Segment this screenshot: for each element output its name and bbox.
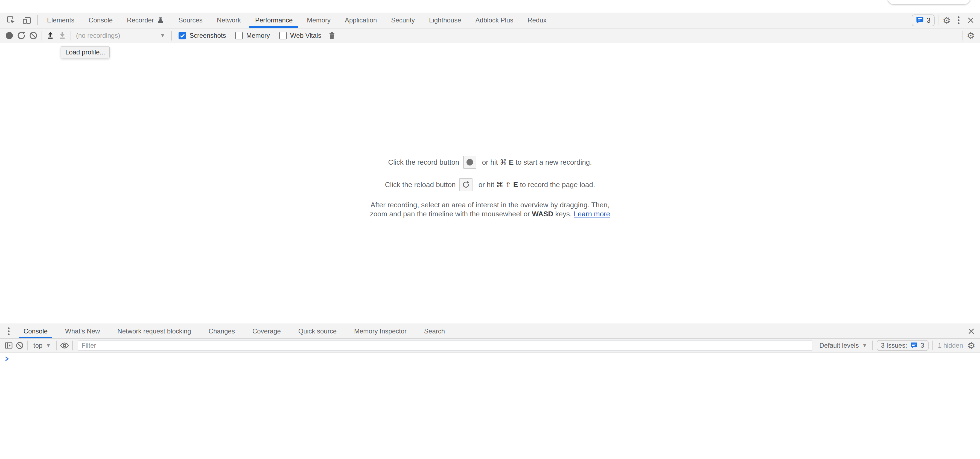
reload-instruction-suffix: to record the page load. — [518, 180, 595, 189]
sidebar-icon — [5, 341, 13, 350]
download-icon — [58, 31, 67, 40]
separator — [171, 30, 172, 40]
reload-icon — [16, 30, 26, 40]
log-levels-dropdown[interactable]: Default levels ▼ — [817, 342, 870, 349]
capture-settings-button[interactable]: ⚙ — [965, 30, 977, 41]
drawer-tab-quick-source[interactable]: Quick source — [291, 324, 344, 338]
popup-remnant — [888, 0, 970, 4]
issues-count: 3 — [927, 16, 931, 24]
save-profile-button[interactable] — [56, 30, 68, 41]
drawer-tabbar: Console What's New Network request block… — [0, 324, 980, 339]
separator — [27, 341, 28, 351]
devtools-menu-button[interactable] — [953, 14, 965, 26]
javascript-context-dropdown[interactable]: top ▼ — [30, 342, 54, 349]
console-filter-input[interactable] — [78, 340, 812, 351]
tab-application[interactable]: Application — [339, 13, 383, 28]
load-profile-tooltip: Load profile... — [61, 46, 110, 58]
tab-security[interactable]: Security — [385, 13, 420, 28]
garbage-collect-button[interactable] — [326, 30, 338, 41]
drawer-menu-button[interactable] — [3, 325, 15, 337]
wasd-keys: WASD — [532, 210, 553, 218]
device-toolbar-icon — [22, 15, 32, 25]
issues-counter[interactable]: 3 — [912, 14, 935, 26]
show-console-sidebar-button[interactable] — [3, 340, 14, 351]
close-icon — [967, 16, 975, 24]
gear-icon: ⚙ — [967, 341, 975, 350]
trash-icon — [328, 31, 336, 40]
cmd-key: ⌘ — [496, 180, 503, 189]
close-icon — [967, 327, 975, 335]
tab-memory[interactable]: Memory — [301, 13, 336, 28]
create-live-expression-button[interactable] — [59, 340, 70, 351]
drawer-close-button[interactable] — [965, 325, 977, 337]
kebab-menu-icon — [8, 327, 10, 335]
reload-icon — [462, 180, 470, 189]
tab-sources[interactable]: Sources — [173, 13, 208, 28]
load-profile-button[interactable] — [44, 30, 56, 41]
record-instruction-prefix: Click the record button — [388, 158, 459, 167]
drawer-tab-console[interactable]: Console — [16, 324, 55, 338]
separator — [41, 30, 42, 40]
memory-checkbox[interactable]: Memory — [235, 32, 270, 39]
separator — [962, 30, 963, 40]
inline-record-button[interactable] — [463, 156, 476, 169]
separator — [56, 341, 57, 351]
console-prompt[interactable] — [0, 352, 980, 365]
tab-network[interactable]: Network — [211, 13, 247, 28]
tab-adblock-plus[interactable]: Adblock Plus — [470, 13, 519, 28]
record-button[interactable] — [3, 30, 15, 41]
tab-console[interactable]: Console — [83, 13, 118, 28]
chevron-down-icon: ▼ — [862, 343, 867, 349]
clear-recording-button[interactable] — [27, 30, 40, 41]
context-value: top — [33, 342, 42, 349]
prompt-chevron-icon — [4, 356, 10, 362]
tab-recorder[interactable]: Recorder — [121, 13, 170, 28]
performance-toolbar: (no recordings) ▼ Screenshots Memory Web… — [0, 29, 980, 43]
tab-lighthouse[interactable]: Lighthouse — [423, 13, 467, 28]
tab-redux[interactable]: Redux — [522, 13, 552, 28]
block-icon — [29, 31, 38, 40]
memory-checkbox-label: Memory — [246, 32, 270, 39]
separator — [932, 341, 933, 351]
recordings-dropdown[interactable]: (no recordings) ▼ — [73, 32, 169, 39]
tab-elements[interactable]: Elements — [41, 13, 80, 28]
console-settings-button[interactable]: ⚙ — [966, 340, 977, 351]
record-icon — [466, 159, 473, 166]
tab-performance[interactable]: Performance — [250, 13, 298, 28]
recordings-dropdown-value: (no recordings) — [76, 32, 120, 39]
inspect-cursor-icon — [6, 15, 16, 25]
separator — [70, 30, 71, 40]
upload-icon — [46, 31, 55, 40]
chevron-down-icon: ▼ — [46, 343, 51, 349]
drawer-tab-coverage[interactable]: Coverage — [245, 324, 288, 338]
separator — [938, 15, 939, 25]
clear-console-button[interactable] — [14, 340, 25, 351]
devtools-close-button[interactable] — [965, 14, 977, 26]
screenshots-checkbox-label: Screenshots — [189, 32, 226, 39]
device-toolbar-button[interactable] — [21, 14, 33, 26]
reload-instruction-prefix: Click the reload button — [385, 180, 456, 189]
experiment-beaker-icon — [157, 16, 164, 24]
drawer-tab-changes[interactable]: Changes — [202, 324, 242, 338]
devtools-settings-button[interactable]: ⚙ — [940, 14, 953, 26]
separator — [872, 341, 873, 351]
separator — [72, 341, 73, 351]
drawer-tab-whats-new[interactable]: What's New — [58, 324, 107, 338]
inspect-element-button[interactable] — [5, 14, 17, 26]
reload-and-record-button[interactable] — [15, 30, 27, 41]
learn-more-link[interactable]: Learn more — [574, 210, 610, 218]
screenshots-checkbox[interactable]: Screenshots — [178, 32, 226, 39]
console-issues-counter[interactable]: 3 Issues: 3 — [877, 340, 929, 351]
log-levels-value: Default levels — [819, 342, 859, 349]
inline-reload-button[interactable] — [460, 178, 473, 191]
checkbox-checked-icon — [178, 32, 186, 39]
console-messages-area[interactable] — [0, 352, 980, 459]
record-icon — [6, 32, 13, 39]
drawer-tab-network-request-blocking[interactable]: Network request blocking — [110, 324, 198, 338]
console-issues-count: 3 — [921, 342, 924, 349]
drawer-tab-memory-inspector[interactable]: Memory Inspector — [347, 324, 414, 338]
record-instruction-mid: or hit — [480, 158, 500, 167]
tab-recorder-label: Recorder — [127, 16, 154, 24]
web-vitals-checkbox[interactable]: Web Vitals — [279, 32, 321, 39]
drawer-tab-search[interactable]: Search — [417, 324, 452, 338]
